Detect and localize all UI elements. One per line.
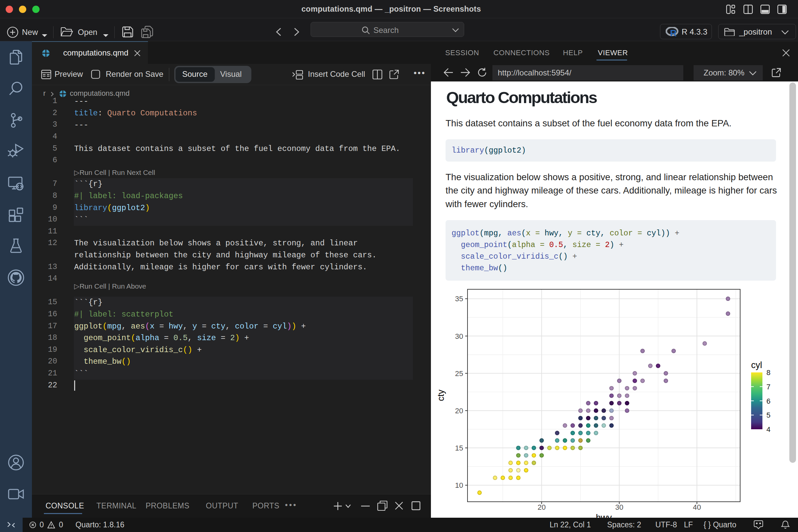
svg-text:R: R — [670, 28, 677, 37]
svg-text:25: 25 — [455, 369, 463, 378]
svg-text:hwy: hwy — [596, 513, 612, 518]
svg-text:35: 35 — [455, 294, 463, 303]
svg-text:40: 40 — [693, 503, 701, 511]
svg-text:cty: cty — [437, 390, 446, 401]
svg-text:15: 15 — [455, 444, 463, 452]
svg-text:20: 20 — [455, 407, 463, 415]
svg-text:5: 5 — [766, 411, 771, 419]
svg-text:6: 6 — [766, 397, 771, 405]
svg-text:30: 30 — [455, 332, 463, 341]
svg-text:20: 20 — [538, 503, 546, 511]
svg-text:7: 7 — [766, 383, 771, 391]
svg-text:30: 30 — [615, 503, 623, 511]
svg-text:10: 10 — [455, 481, 463, 490]
svg-text:8: 8 — [766, 368, 771, 377]
svg-text:cyl: cyl — [751, 360, 762, 370]
svg-text:4: 4 — [766, 425, 771, 434]
